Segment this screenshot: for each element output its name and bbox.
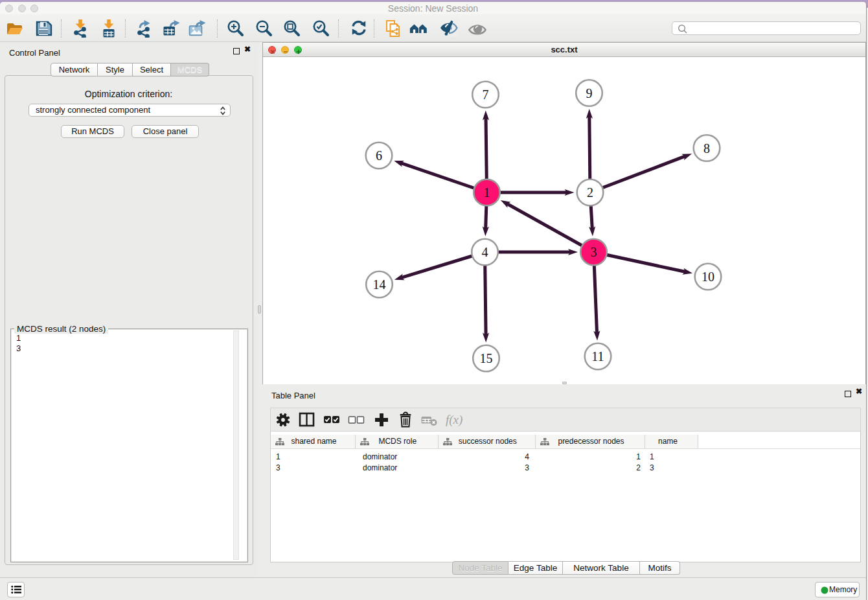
svg-text:1: 1 bbox=[484, 185, 490, 200]
svg-text:7: 7 bbox=[483, 87, 489, 102]
svg-text:10: 10 bbox=[702, 270, 714, 284]
svg-text:8: 8 bbox=[703, 141, 710, 156]
svg-text:9: 9 bbox=[586, 86, 593, 100]
svg-text:6: 6 bbox=[376, 148, 382, 163]
svg-text:f(x): f(x) bbox=[446, 413, 463, 427]
svg-text:11: 11 bbox=[591, 349, 604, 363]
svg-text:15: 15 bbox=[480, 351, 493, 365]
svg-text:2: 2 bbox=[587, 185, 593, 200]
svg-text:14: 14 bbox=[373, 277, 386, 292]
svg-text:4: 4 bbox=[482, 245, 488, 259]
svg-text:3: 3 bbox=[591, 245, 597, 259]
